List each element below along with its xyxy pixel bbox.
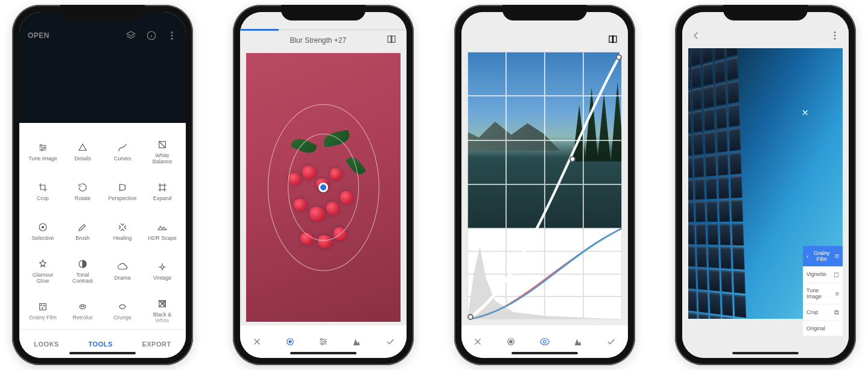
tool-grunge[interactable]: Grunge bbox=[103, 293, 142, 329]
curve-handle-highlight[interactable] bbox=[616, 54, 622, 60]
cancel-button[interactable] bbox=[469, 333, 487, 351]
svg-point-4 bbox=[40, 145, 42, 146]
tool-hdr-scape[interactable]: HDR Scape bbox=[142, 213, 182, 249]
strength-slider[interactable] bbox=[240, 29, 278, 31]
home-indicator bbox=[732, 352, 799, 354]
more-icon[interactable] bbox=[829, 30, 840, 41]
info-icon[interactable] bbox=[146, 30, 157, 41]
expand-icon bbox=[156, 181, 168, 193]
step-label: Original bbox=[806, 325, 825, 331]
svg-point-2 bbox=[171, 35, 173, 36]
drama-icon bbox=[116, 261, 128, 273]
tool-tonal-contrast[interactable]: Tonal Contrast bbox=[63, 253, 103, 289]
tool-label: Expand bbox=[153, 196, 172, 202]
tool-label: Glamour Glow bbox=[26, 272, 60, 284]
apply-button[interactable] bbox=[602, 333, 620, 351]
tool-label: Rotate bbox=[75, 196, 91, 202]
home-indicator bbox=[290, 352, 356, 354]
histogram-area bbox=[467, 228, 622, 319]
tool-brush[interactable]: Brush bbox=[63, 213, 103, 249]
selective-icon bbox=[37, 221, 49, 233]
tool-grainy-film[interactable]: Grainy Film bbox=[23, 293, 63, 329]
tool-expand[interactable]: Expand bbox=[142, 174, 182, 210]
tool-drama[interactable]: Drama bbox=[103, 253, 142, 289]
tune-icon bbox=[37, 142, 49, 154]
tool-selective[interactable]: Selective bbox=[23, 213, 63, 249]
phone-mock-curves bbox=[454, 5, 635, 365]
svg-point-24 bbox=[321, 339, 323, 340]
dimmed-photo-area: OPEN bbox=[19, 12, 186, 123]
channel-visible-button[interactable] bbox=[536, 333, 554, 351]
compare-icon[interactable] bbox=[607, 34, 618, 45]
tool-rotate[interactable]: Rotate bbox=[63, 174, 103, 210]
screen-4: ✕ ‹ Grainy Film ⧈Vignette ◻Tune Image ≡C… bbox=[682, 12, 849, 358]
curve-handle-shadow[interactable] bbox=[467, 314, 474, 320]
tonal-contrast-icon bbox=[77, 258, 89, 270]
tool-curves[interactable]: Curves bbox=[103, 134, 142, 170]
svg-point-5 bbox=[44, 147, 46, 149]
tool-healing[interactable]: Healing bbox=[103, 213, 142, 249]
open-button[interactable]: OPEN bbox=[28, 31, 49, 40]
svg-point-3 bbox=[171, 38, 173, 39]
step-label: Tune Image bbox=[806, 287, 835, 299]
tab-looks[interactable]: LOOKS bbox=[34, 340, 59, 348]
svg-point-18 bbox=[83, 306, 84, 307]
tool-label: Selective bbox=[32, 236, 54, 242]
tab-tools[interactable]: TOOLS bbox=[89, 340, 113, 348]
history-step-tune-image[interactable]: Tune Image ≡ bbox=[803, 283, 843, 304]
image-canvas[interactable]: ✕ ‹ Grainy Film ⧈Vignette ◻Tune Image ≡C… bbox=[682, 46, 849, 358]
tool-label: Crop bbox=[37, 196, 49, 202]
bird-icon: ✕ bbox=[802, 108, 809, 118]
history-step-grainy-film[interactable]: ‹ Grainy Film ⧈ bbox=[803, 246, 843, 266]
svg-point-33 bbox=[834, 35, 835, 36]
step-icon: ⧉ bbox=[834, 309, 839, 316]
perspective-icon bbox=[116, 181, 128, 193]
channel-luminance-button[interactable] bbox=[502, 333, 520, 351]
screen-3 bbox=[461, 12, 628, 358]
tool-details[interactable]: Details bbox=[63, 134, 103, 170]
history-step-crop[interactable]: Crop ⧉ bbox=[803, 304, 843, 321]
compare-icon[interactable] bbox=[386, 34, 397, 45]
white-balance-icon bbox=[156, 139, 168, 151]
curves-icon bbox=[116, 142, 128, 154]
history-step-original[interactable]: Original bbox=[803, 321, 843, 336]
history-step-vignette[interactable]: Vignette ◻ bbox=[803, 266, 843, 283]
details-icon bbox=[77, 142, 89, 154]
tool-tune-image[interactable]: Tune Image bbox=[23, 134, 63, 170]
tool-black-white[interactable]: Black & White bbox=[142, 293, 182, 329]
adjust-button[interactable] bbox=[314, 333, 332, 351]
back-button[interactable] bbox=[691, 30, 702, 41]
curve-handle-mid[interactable] bbox=[569, 156, 575, 162]
home-indicator bbox=[512, 352, 578, 354]
step-icon: ⧈ bbox=[835, 252, 839, 260]
tool-white-balance[interactable]: White Balance bbox=[142, 134, 182, 170]
curves-canvas[interactable] bbox=[461, 49, 628, 325]
svg-point-6 bbox=[41, 149, 43, 151]
layers-icon[interactable] bbox=[125, 30, 136, 41]
tool-vintage[interactable]: Vintage bbox=[142, 253, 182, 289]
grainy-film-icon bbox=[37, 301, 49, 313]
tab-export[interactable]: EXPORT bbox=[142, 340, 171, 348]
vintage-icon bbox=[156, 261, 168, 273]
blur-strength-label: Blur Strength +27 bbox=[250, 36, 386, 45]
mask-button[interactable] bbox=[569, 333, 587, 351]
notch bbox=[502, 5, 587, 20]
tool-label: Tonal Contrast bbox=[66, 272, 100, 284]
apply-button[interactable] bbox=[381, 333, 399, 351]
svg-point-30 bbox=[510, 340, 513, 343]
tool-crop[interactable]: Crop bbox=[23, 174, 63, 210]
retrolux-icon bbox=[77, 301, 89, 313]
tool-perspective[interactable]: Perspective bbox=[103, 174, 142, 210]
svg-rect-21 bbox=[392, 36, 395, 43]
image-canvas[interactable] bbox=[240, 49, 407, 325]
tool-glamour-glow[interactable]: Glamour Glow bbox=[23, 253, 63, 289]
mask-button[interactable] bbox=[347, 333, 366, 351]
blur-shape-button[interactable] bbox=[281, 333, 299, 351]
tool-label: HDR Scape bbox=[148, 236, 177, 242]
tool-retrolux[interactable]: Retrolux bbox=[63, 293, 103, 329]
svg-rect-28 bbox=[613, 36, 616, 43]
step-label: Crop bbox=[806, 309, 819, 315]
cancel-button[interactable] bbox=[248, 333, 266, 351]
tools-sheet: Tune Image Details Curves White Balance … bbox=[19, 123, 186, 358]
more-icon[interactable] bbox=[166, 30, 177, 41]
